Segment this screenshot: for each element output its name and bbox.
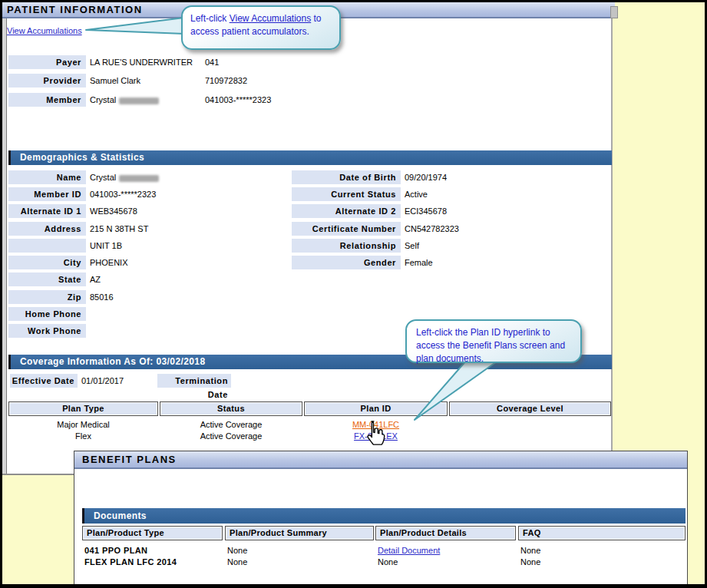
coverage-level-cell	[449, 419, 611, 431]
doc-summary-cell: None	[227, 545, 247, 556]
state-label: State	[8, 273, 86, 286]
work-phone-label-cell: Work Phone	[8, 324, 86, 338]
current-status-value: Active	[405, 187, 428, 201]
relationship-label-cell: Relationship	[292, 239, 401, 253]
alt-id2-value: ECI345678	[405, 204, 447, 218]
doc-details-header: Plan/Product Details	[375, 526, 516, 540]
plan-id-callout: Left-click the Plan ID hyperlink to acce…	[405, 319, 582, 363]
relationship-label: Relationship	[292, 239, 401, 253]
zip-label-cell: Zip	[8, 290, 86, 304]
provider-label: Provider	[8, 74, 86, 88]
alt-id1-value: WEB345678	[90, 204, 137, 218]
address2-label-cell	[8, 239, 86, 253]
zip-label: Zip	[8, 290, 86, 304]
plan-type-header: Plan Type	[8, 401, 158, 416]
outer-border	[0, 584, 707, 588]
address-label-cell: Address	[8, 222, 86, 236]
doc-type-cell: 041 PPO PLAN	[84, 545, 147, 556]
status-cell: Active Coverage	[160, 431, 302, 442]
payer-value: LA RUE'S UNDERWRITER	[90, 55, 193, 69]
dob-value: 09/20/1974	[405, 170, 447, 184]
scrollbar-corner-grip	[610, 6, 618, 18]
alt-id2-label: Alternate ID 2	[292, 204, 401, 218]
documents-header: Documents	[82, 508, 686, 524]
termination-date-label-cell: Termination Date	[157, 374, 231, 388]
demographics-header: Demographics & Statistics	[8, 150, 612, 165]
status-header: Status	[160, 401, 302, 416]
zip-value: 85016	[90, 290, 114, 304]
coverage-level-header: Coverage Level	[449, 401, 611, 416]
address-label: Address	[8, 222, 86, 236]
benefit-plans-titlebar: BENEFIT PLANS	[74, 451, 687, 469]
doc-faq-cell: None	[520, 545, 540, 556]
gender-value: Female	[405, 256, 433, 269]
work-phone-label: Work Phone	[8, 324, 86, 338]
hand-cursor-icon	[363, 420, 386, 445]
dob-label: Date of Birth	[292, 170, 401, 184]
outer-border	[0, 0, 707, 2]
current-status-label-cell: Current Status	[292, 187, 401, 201]
redacted-name-blur	[119, 175, 159, 182]
payer-label-cell: Payer	[8, 55, 86, 69]
effective-date-value: 01/01/2017	[81, 374, 124, 388]
city-label: City	[8, 256, 86, 269]
payer-label: Payer	[8, 55, 86, 69]
plan-id-header: Plan ID	[304, 401, 448, 416]
city-label-cell: City	[8, 256, 86, 269]
member-label-cell: Member	[8, 93, 86, 107]
plan-type-cell: Flex	[8, 431, 158, 442]
address2-value: UNIT 1B	[90, 239, 122, 253]
doc-summary-cell: None	[227, 557, 247, 567]
gender-label-cell: Gender	[292, 256, 401, 269]
doc-summary-header: Plan/Product Summary	[225, 526, 374, 540]
name-label-cell: Name	[8, 170, 86, 184]
coverage-level-cell	[449, 431, 611, 442]
benefit-plans-title: BENEFIT PLANS	[74, 451, 687, 467]
member-id-label: Member ID	[8, 187, 86, 201]
screenshot-canvas: PATIENT INFORMATION View Accumulations P…	[0, 0, 707, 588]
effective-date-label-cell: Effective Date	[10, 374, 78, 388]
doc-details-cell: None	[378, 557, 398, 567]
provider-value: Samuel Clark	[90, 74, 140, 88]
gender-label: Gender	[292, 256, 401, 269]
left-gutter	[2, 17, 7, 474]
certificate-label: Certificate Number	[292, 222, 401, 236]
doc-details-cell: Detail Document	[378, 545, 440, 556]
alt-id2-label-cell: Alternate ID 2	[292, 204, 401, 218]
dob-label-cell: Date of Birth	[292, 170, 401, 184]
effective-date-label: Effective Date	[10, 374, 78, 388]
payer-id-value: 041	[205, 55, 219, 69]
member-label: Member	[8, 93, 86, 107]
current-status-label: Current Status	[292, 187, 401, 201]
home-phone-label-cell: Home Phone	[8, 307, 86, 321]
member-id-label-cell: Member ID	[8, 187, 86, 201]
name-value: Crystal	[90, 170, 159, 184]
state-value: AZ	[90, 273, 101, 286]
callout-text: Left-click	[190, 13, 230, 24]
member-value: Crystal	[90, 93, 159, 107]
name-label: Name	[8, 170, 86, 184]
alt-id1-label: Alternate ID 1	[8, 204, 86, 218]
status-cell: Active Coverage	[160, 419, 302, 431]
certificate-value: CN542782323	[405, 222, 459, 236]
member-id-value2: 041003-*****2323	[90, 187, 156, 201]
doc-faq-header: FAQ	[518, 526, 686, 540]
callout-link-text: View Accumulations	[230, 13, 312, 24]
alt-id1-label-cell: Alternate ID 1	[8, 204, 86, 218]
home-phone-label: Home Phone	[8, 307, 86, 321]
doc-type-cell: FLEX PLAN LFC 2014	[84, 557, 177, 567]
city-value: PHOENIX	[90, 256, 128, 269]
view-accumulations-link[interactable]: View Accumulations	[7, 26, 82, 35]
certificate-label-cell: Certificate Number	[292, 222, 401, 236]
redacted-name-blur	[119, 97, 159, 104]
detail-document-link[interactable]: Detail Document	[378, 546, 440, 555]
outer-border	[0, 0, 2, 588]
address-value: 215 N 38TH ST	[90, 222, 148, 236]
doc-faq-cell: None	[520, 557, 540, 567]
doc-type-header: Plan/Product Type	[82, 526, 223, 540]
member-id-value: 041003-*****2323	[205, 93, 271, 107]
state-label-cell: State	[8, 273, 86, 286]
provider-label-cell: Provider	[8, 74, 86, 88]
relationship-value: Self	[405, 239, 419, 253]
plan-type-cell: Major Medical	[8, 419, 158, 431]
